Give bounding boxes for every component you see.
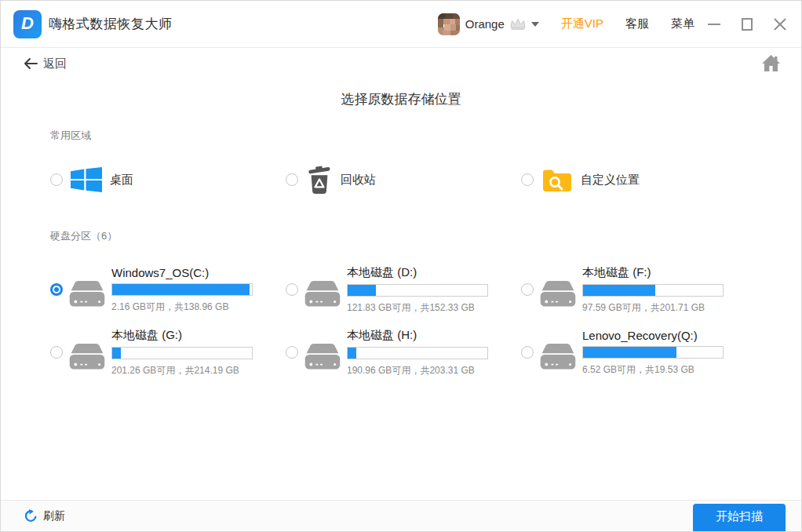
partition-detail: 190.96 GB可用，共203.31 GB: [347, 364, 488, 377]
home-icon: [761, 54, 781, 73]
partition-name: 本地磁盘 (F:): [582, 265, 724, 280]
app-logo-icon: D: [13, 10, 42, 38]
usage-bar: [582, 284, 724, 297]
user-name: Orange: [465, 17, 505, 31]
hard-drive-icon: [540, 280, 576, 308]
vip-link[interactable]: 开通VIP: [561, 16, 603, 31]
usage-bar-fill: [583, 347, 676, 358]
footer-bar: 刷新 开始扫描: [1, 500, 801, 531]
recycle-bin-icon: [306, 165, 333, 195]
menu-link[interactable]: 菜单: [671, 16, 694, 31]
recycle-bin-radio[interactable]: [286, 173, 298, 186]
partition-radio[interactable]: [50, 283, 63, 296]
partition-name: Windows7_OS(C:): [111, 266, 253, 279]
hard-drive-icon: [69, 280, 105, 308]
refresh-label: 刷新: [43, 509, 65, 523]
hard-drive-icon: [304, 280, 341, 308]
partitions-grid: Windows7_OS(C:) 2.16 GB可用，共138.96 GB 本地磁…: [50, 262, 801, 380]
usage-bar-fill: [112, 284, 250, 295]
chevron-down-icon[interactable]: [531, 22, 539, 27]
crown-icon: [509, 17, 527, 31]
back-button[interactable]: 返回: [23, 56, 67, 71]
windows-logo-icon: [71, 166, 102, 193]
partition-name: 本地磁盘 (H:): [347, 328, 488, 343]
usage-bar-fill: [348, 285, 376, 296]
area-option-recycle-bin[interactable]: 回收站: [286, 165, 521, 195]
usage-bar: [111, 347, 253, 359]
user-avatar[interactable]: [438, 13, 460, 35]
partition-item-g[interactable]: 本地磁盘 (G:) 201.26 GB可用，共214.19 GB: [50, 325, 286, 380]
partition-item-h[interactable]: 本地磁盘 (H:) 190.96 GB可用，共203.31 GB: [286, 325, 521, 380]
back-arrow-icon: [23, 56, 38, 71]
partition-radio[interactable]: [521, 283, 534, 296]
partition-name: 本地磁盘 (G:): [111, 328, 253, 343]
partition-detail: 2.16 GB可用，共138.96 GB: [111, 301, 253, 314]
usage-bar: [582, 346, 724, 359]
usage-bar: [111, 283, 253, 296]
app-title: 嗨格式数据恢复大师: [49, 15, 173, 33]
common-areas-label: 常用区域: [50, 129, 801, 143]
usage-bar: [347, 284, 488, 297]
partitions-label: 硬盘分区（6）: [50, 229, 801, 243]
close-button[interactable]: [773, 17, 787, 31]
hard-drive-icon: [540, 343, 576, 371]
custom-location-radio[interactable]: [521, 173, 534, 186]
partition-name: Lenovo_Recovery(Q:): [582, 329, 724, 342]
hard-drive-icon: [304, 343, 341, 371]
area-option-custom-location[interactable]: 自定义位置: [521, 165, 756, 195]
folder-search-icon: [541, 166, 573, 193]
partition-item-q[interactable]: Lenovo_Recovery(Q:) 6.52 GB可用，共19.53 GB: [521, 325, 756, 380]
partition-item-d[interactable]: 本地磁盘 (D:) 121.83 GB可用，共152.33 GB: [286, 262, 521, 317]
back-label: 返回: [43, 56, 67, 71]
partition-item-c[interactable]: Windows7_OS(C:) 2.16 GB可用，共138.96 GB: [50, 262, 286, 317]
partition-detail: 201.26 GB可用，共214.19 GB: [111, 364, 253, 377]
hard-drive-icon: [69, 343, 105, 371]
area-label: 回收站: [341, 173, 376, 188]
title-bar: D 嗨格式数据恢复大师 Orange: [1, 1, 801, 48]
area-label: 自定义位置: [581, 173, 640, 188]
partition-radio[interactable]: [50, 346, 63, 359]
partition-radio[interactable]: [286, 346, 298, 359]
minimize-button[interactable]: [707, 17, 721, 31]
usage-bar-fill: [112, 348, 121, 359]
maximize-button[interactable]: [740, 17, 754, 31]
common-areas-grid: 桌面 回收站 自定义位置: [50, 165, 801, 195]
partition-detail: 6.52 GB可用，共19.53 GB: [582, 363, 724, 377]
sub-bar: 返回: [1, 48, 801, 79]
area-label: 桌面: [110, 173, 133, 188]
partition-detail: 97.59 GB可用，共201.71 GB: [582, 301, 724, 315]
partition-radio[interactable]: [286, 283, 298, 296]
home-button[interactable]: [761, 54, 781, 73]
area-option-desktop[interactable]: 桌面: [50, 165, 286, 195]
usage-bar: [347, 347, 488, 359]
partition-name: 本地磁盘 (D:): [347, 265, 488, 280]
partition-detail: 121.83 GB可用，共152.33 GB: [347, 301, 488, 315]
refresh-icon: [24, 509, 38, 523]
desktop-radio[interactable]: [50, 173, 63, 186]
partition-radio[interactable]: [521, 346, 534, 359]
usage-bar-fill: [583, 285, 655, 296]
usage-bar-fill: [348, 348, 356, 359]
support-link[interactable]: 客服: [625, 16, 649, 31]
page-title: 选择原数据存储位置: [1, 90, 801, 108]
refresh-button[interactable]: 刷新: [24, 509, 65, 523]
start-scan-button[interactable]: 开始扫描: [693, 504, 786, 532]
partition-item-f[interactable]: 本地磁盘 (F:) 97.59 GB可用，共201.71 GB: [521, 262, 756, 317]
